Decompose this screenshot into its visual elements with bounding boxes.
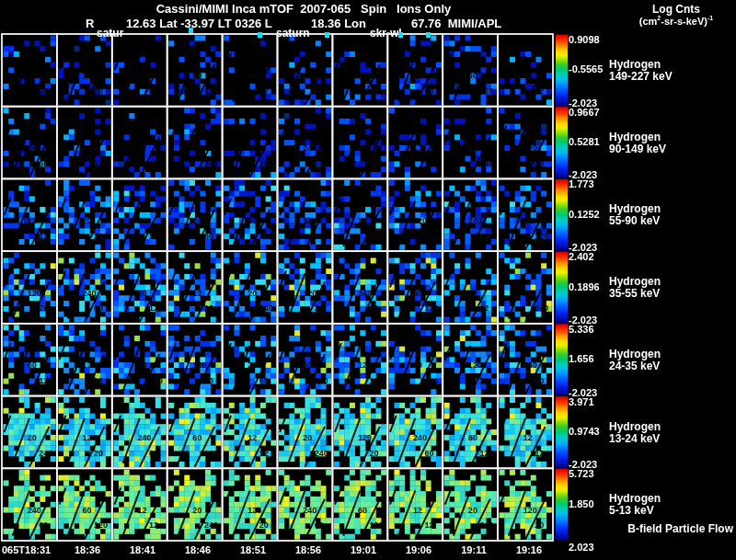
- cbar-mid-label: -0.5565: [569, 64, 603, 74]
- time-tick-label: 19:06: [391, 544, 446, 555]
- bfield-flow-note: B-field Particle Flow: [589, 522, 733, 535]
- time-tick-label: 19:01: [336, 544, 391, 555]
- time-tick-label: 18:46: [170, 544, 225, 555]
- time-tick-label: 18:41: [115, 544, 170, 555]
- energy-band-label: Hydrogen35-55 keV: [609, 276, 661, 300]
- longitude-value: 18.36 Lon: [311, 17, 366, 30]
- species-label: Hydrogen: [609, 349, 661, 360]
- cbar-max-label: 2.402: [569, 252, 594, 262]
- energy-range-label: 149-227 keV: [609, 71, 673, 83]
- cbar-max-label: 3.971: [569, 397, 594, 407]
- page-title: Cassini/MIMI Inca mTOF 2007-065 Spin Ion…: [28, 2, 580, 16]
- energy-band-label: Hydrogen24-35 keV: [609, 349, 661, 372]
- time-tick-label: 19:16: [501, 544, 557, 555]
- event-label: satur: [97, 27, 123, 40]
- energy-range-label: 5-13 keV: [609, 505, 661, 517]
- units-prefix: (cm: [639, 16, 658, 27]
- time-tick-label: 18:56: [281, 544, 336, 555]
- cbar-max-label: 1.773: [569, 179, 594, 189]
- lat-lt-l-value: 12.63 Lat -33.97 LT 0326 L: [126, 17, 272, 30]
- time-tick-label: 18:51: [225, 544, 281, 555]
- radius-label: R: [86, 17, 94, 30]
- species-label: Hydrogen: [609, 421, 661, 433]
- energy-range-label: 55-90 keV: [609, 215, 661, 227]
- event-mark: [189, 28, 193, 33]
- colorbar-units-title: Log Cnts: [621, 3, 731, 16]
- energy-band-label: Hydrogen149-227 keV: [609, 59, 673, 83]
- units-mid: -sr-s-keV): [661, 16, 707, 27]
- energy-band-label: Hydrogen13-24 keV: [609, 421, 661, 445]
- species-label: Hydrogen: [609, 131, 666, 143]
- event-mark: [398, 32, 403, 38]
- time-tick-label: 19:11: [446, 544, 501, 555]
- energy-range-label: 13-24 keV: [609, 433, 661, 445]
- time-tick-label: 065T18:31: [2, 544, 51, 555]
- event-mark: [258, 32, 262, 38]
- cbar-mid-label: 1.850: [569, 499, 594, 509]
- event-mark: [325, 32, 329, 38]
- cbar-max-label: 0.9098: [569, 35, 600, 45]
- energy-band-label: Hydrogen90-149 keV: [609, 131, 666, 155]
- cbar-mid-label: 0.9743: [569, 427, 600, 437]
- energy-range-label: 90-149 keV: [609, 143, 666, 155]
- cbar-mid-label: 0.1896: [569, 282, 600, 292]
- energy-band-label: Hydrogen55-90 keV: [609, 203, 661, 227]
- cbar-max-label: 5.723: [569, 469, 594, 479]
- time-tick-label: 18:36: [60, 544, 115, 555]
- units-superscript-neg1: -1: [707, 15, 713, 21]
- colorbar-units-formula: (cm2-sr-s-keV)-1: [621, 15, 731, 27]
- cbar-mid-label: 1.656: [569, 354, 594, 364]
- cbar-mid-label: 0.1252: [569, 210, 600, 220]
- energy-range-label: 35-55 keV: [609, 288, 661, 300]
- energy-range-label: 24-35 keV: [609, 360, 661, 372]
- energy-band-label: Hydrogen5-13 keV: [609, 493, 661, 517]
- cbar-max-label: 5.336: [569, 325, 594, 335]
- cbar-min-label: 2.023: [569, 543, 594, 553]
- event-label: saturn: [276, 27, 310, 40]
- cbar-mid-label: 0.5281: [569, 137, 600, 147]
- cbar-max-label: 0.9667: [569, 108, 600, 118]
- event-mark: [426, 32, 431, 38]
- l-shell-value: 67.76 MIMI/APL: [411, 17, 501, 30]
- event-label: skr-wl: [370, 27, 402, 40]
- mimi-inca-display-window: Cassini/MIMI Inca mTOF 2007-065 Spin Ion…: [0, 0, 736, 560]
